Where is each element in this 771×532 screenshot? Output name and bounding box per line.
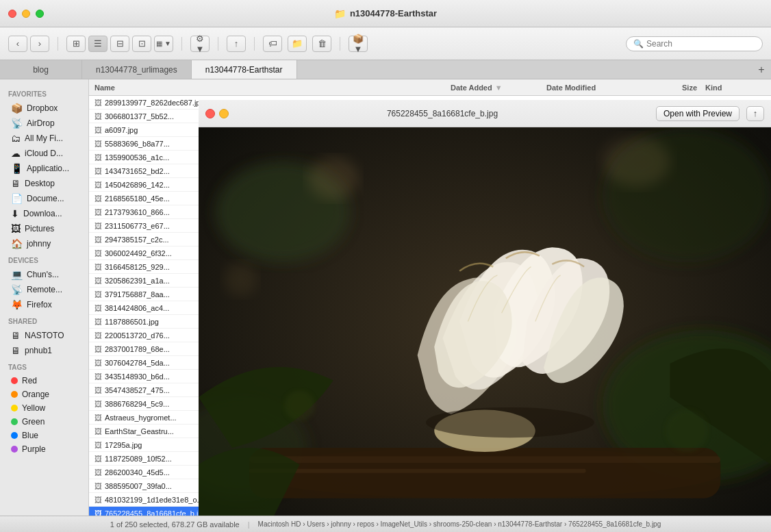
sidebar-item-all-my-files[interactable]: 🗂 All My Fi...	[3, 131, 86, 146]
open-with-preview-button[interactable]: Open with Preview	[656, 106, 740, 121]
tab-blog[interactable]: blog	[0, 60, 82, 79]
purple-tag-dot	[11, 446, 18, 453]
file-icon: 🖼	[94, 167, 102, 175]
blue-tag-dot	[11, 432, 18, 439]
sidebar-item-documents[interactable]: 📄 Docume...	[3, 191, 86, 206]
action-button[interactable]: ⚙ ▼	[190, 36, 210, 52]
file-icon: 🖼	[94, 386, 102, 394]
file-name-text: 1450426896_142...	[105, 181, 170, 189]
airdrop-icon: 📡	[11, 118, 23, 129]
close-button[interactable]	[8, 10, 16, 18]
file-list-container: Name Date Added ▼ Date Modified Size Kin…	[89, 79, 771, 516]
col-header-date-modified[interactable]: Date Modified	[546, 84, 642, 92]
search-bar[interactable]: 🔍	[626, 36, 763, 51]
sidebar-item-icloud[interactable]: ☁ iCloud D...	[3, 146, 86, 161]
file-icon: 🖼	[94, 372, 102, 381]
svg-point-7	[224, 262, 257, 296]
file-icon: 🖼	[94, 290, 102, 299]
file-icon: 🖼	[94, 359, 102, 367]
back-button[interactable]: ‹	[8, 36, 27, 52]
preview-min-button[interactable]	[219, 109, 229, 118]
tab-earthstar[interactable]: n13044778-Earthstar	[192, 60, 297, 79]
sidebar-item-tag-yellow[interactable]: Yellow	[3, 401, 86, 415]
col-header-kind[interactable]: Kind	[697, 84, 766, 92]
firefox-icon: 🦊	[11, 299, 23, 310]
search-input[interactable]	[646, 39, 755, 49]
preview-close-button[interactable]	[205, 109, 215, 118]
file-icon: 🖼	[94, 112, 102, 121]
file-icon: 🖼	[94, 153, 102, 162]
file-icon: 🖼	[94, 441, 102, 449]
toolbar-separator-4	[254, 37, 255, 51]
view-group-button[interactable]: ▦ ▼	[154, 36, 173, 52]
toolbar-separator-1	[58, 37, 58, 51]
svg-point-15	[666, 410, 707, 452]
sidebar-item-airdrop[interactable]: 📡 AirDrop	[3, 116, 86, 131]
view-cover-button[interactable]: ⊡	[132, 36, 151, 52]
tabs-bar: blog n13044778_urlimages n13044778-Earth…	[0, 60, 771, 79]
breadcrumb: Macintosh HD › Users › johnny › repos › …	[258, 520, 661, 528]
sidebar-item-firefox[interactable]: 🦊 Firefox	[3, 297, 86, 312]
search-icon: 🔍	[633, 39, 644, 49]
sidebar-item-tag-purple[interactable]: Purple	[3, 442, 86, 456]
preview-share-button[interactable]: ↑	[746, 106, 764, 121]
forward-button[interactable]: ›	[30, 36, 49, 52]
file-name-text: 3547438527_475...	[105, 386, 170, 394]
file-icon: 🖼	[94, 304, 102, 312]
sidebar-item-remote[interactable]: 📡 Remote...	[3, 282, 86, 297]
share-button[interactable]: ↑	[227, 36, 246, 52]
dropbox-button[interactable]: 📦 ▼	[349, 36, 368, 52]
file-icon: 🖼	[94, 208, 102, 216]
tag-button[interactable]: 🏷	[263, 36, 282, 52]
file-icon: 🖼	[94, 414, 102, 422]
file-icon: 🖼	[94, 236, 102, 244]
file-icon: 🖼	[94, 427, 102, 435]
downloads-icon: ⬇	[11, 208, 19, 219]
file-name-text: 3791756887_8aa...	[105, 290, 170, 299]
preview-image	[199, 127, 771, 516]
titlebar: 📁 n13044778-Earthstar	[0, 0, 771, 27]
status-bar: 1 of 250 selected, 678.27 GB available |…	[0, 516, 771, 532]
file-name-text: 765228455_8a16681cfe_b.jpg	[105, 509, 207, 516]
file-icon: 🖼	[94, 222, 102, 230]
minimize-button[interactable]	[22, 10, 30, 18]
view-list-button[interactable]: ☰	[88, 36, 108, 52]
sidebar-item-nastoto[interactable]: 🖥 NASTOTO	[3, 328, 86, 343]
sidebar-item-desktop[interactable]: 🖥 Desktop	[3, 176, 86, 191]
sidebar-item-tag-green[interactable]: Green	[3, 415, 86, 429]
sidebar-item-pnhub1[interactable]: 🖥 pnhub1	[3, 343, 86, 358]
view-column-button[interactable]: ⊟	[110, 36, 129, 52]
tab-add-button[interactable]: +	[752, 60, 771, 79]
sidebar-item-pictures[interactable]: 🖼 Pictures	[3, 221, 86, 236]
sidebar-item-tag-red[interactable]: Red	[3, 374, 86, 388]
sidebar-item-tag-orange[interactable]: Orange	[3, 388, 86, 401]
sidebar-item-applications[interactable]: 📱 Applicatio...	[3, 161, 86, 176]
sidebar-item-tag-blue[interactable]: Blue	[3, 429, 86, 442]
sidebar-item-downloads[interactable]: ⬇ Downloa...	[3, 206, 86, 221]
status-separator: |	[248, 520, 250, 529]
tab-urlimages[interactable]: n13044778_urlimages	[82, 60, 192, 79]
status-text: 1 of 250 selected, 678.27 GB available	[110, 520, 240, 529]
file-icon: 🖼	[94, 331, 102, 340]
maximize-button[interactable]	[36, 10, 44, 18]
laptop-icon: 💻	[11, 269, 23, 280]
file-icon: 🖼	[94, 263, 102, 271]
svg-point-14	[284, 390, 314, 420]
sidebar-item-dropbox[interactable]: 📦 Dropbox	[3, 101, 86, 116]
preview-popup: 765228455_8a16681cfe_b.jpg Open with Pre…	[199, 100, 771, 516]
file-icon: 🖼	[94, 126, 102, 134]
desktop-icon: 🖥	[11, 178, 21, 189]
move-button[interactable]: 📁	[288, 36, 307, 52]
file-name-text: 3076042784_5da...	[105, 359, 170, 367]
file-icon: 🖼	[94, 509, 102, 516]
all-my-files-icon: 🗂	[11, 133, 21, 144]
col-header-size[interactable]: Size	[642, 84, 697, 92]
col-header-name[interactable]: Name	[94, 84, 451, 92]
sidebar-item-johnny[interactable]: 🏠 johnny	[3, 236, 86, 251]
view-icon-button[interactable]: ⊞	[66, 36, 86, 52]
sidebar-item-chuns[interactable]: 💻 Chun's...	[3, 267, 86, 282]
green-tag-dot	[11, 418, 18, 425]
delete-button[interactable]: 🗑	[312, 36, 331, 52]
file-name-text: 3205862391_a1a...	[105, 277, 170, 285]
col-header-date-added[interactable]: Date Added ▼	[451, 84, 546, 92]
